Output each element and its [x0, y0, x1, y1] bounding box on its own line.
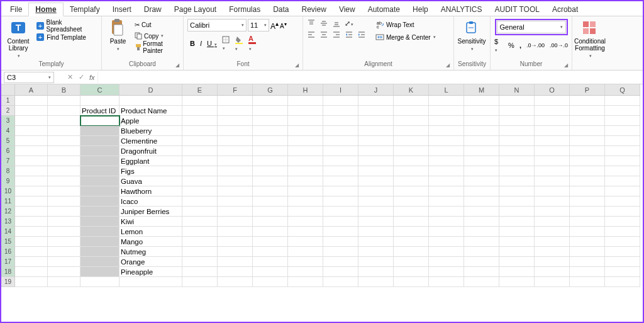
cell-P3[interactable]	[570, 116, 605, 126]
comma-button[interactable]: ,	[519, 42, 521, 49]
cell-D13[interactable]: Kiwi	[119, 217, 182, 227]
cell-M19[interactable]	[464, 277, 499, 287]
cell-E16[interactable]	[182, 247, 218, 257]
cell-E7[interactable]	[182, 156, 218, 166]
cell-I13[interactable]	[323, 217, 358, 227]
cell-B5[interactable]	[48, 136, 80, 146]
tab-audit-tool[interactable]: AUDIT TOOL	[489, 3, 546, 16]
cell-O14[interactable]	[535, 227, 570, 237]
cell-E9[interactable]	[182, 176, 218, 186]
cell-P11[interactable]	[570, 196, 605, 207]
cell-P8[interactable]	[570, 166, 605, 176]
cell-K8[interactable]	[394, 166, 429, 176]
cell-A5[interactable]	[15, 136, 48, 146]
cell-A9[interactable]	[15, 176, 48, 186]
cell-D18[interactable]: Pineapple	[119, 267, 182, 277]
cell-K3[interactable]	[394, 116, 429, 126]
cell-O13[interactable]	[535, 217, 570, 227]
cell-J19[interactable]	[358, 277, 394, 287]
cell-O4[interactable]	[535, 126, 570, 136]
cell-M12[interactable]	[464, 207, 499, 217]
cell-C11[interactable]	[80, 196, 119, 207]
cell-B14[interactable]	[48, 227, 80, 237]
cell-F1[interactable]	[218, 96, 253, 106]
cell-J17[interactable]	[358, 257, 394, 267]
name-box[interactable]: C3▾	[4, 72, 54, 83]
cell-M4[interactable]	[464, 126, 499, 136]
cell-C10[interactable]	[80, 186, 119, 196]
cell-B7[interactable]	[48, 156, 80, 166]
cell-N9[interactable]	[499, 176, 535, 186]
cell-Q11[interactable]	[605, 196, 640, 207]
cell-G1[interactable]	[253, 96, 288, 106]
cell-C13[interactable]	[80, 217, 119, 227]
cell-A12[interactable]	[15, 207, 48, 217]
cell-E3[interactable]	[182, 116, 218, 126]
cell-M14[interactable]	[464, 227, 499, 237]
cell-E10[interactable]	[182, 186, 218, 196]
cell-L19[interactable]	[429, 277, 464, 287]
cell-K7[interactable]	[394, 156, 429, 166]
align-middle-button[interactable]	[319, 19, 328, 28]
cell-N16[interactable]	[499, 247, 535, 257]
cell-J18[interactable]	[358, 267, 394, 277]
cell-J9[interactable]	[358, 176, 394, 186]
italic-button[interactable]: I	[200, 40, 202, 47]
cell-H11[interactable]	[288, 196, 323, 207]
cell-A18[interactable]	[15, 267, 48, 277]
col-header-O[interactable]: O	[535, 84, 570, 96]
row-header-10[interactable]: 10	[1, 186, 15, 196]
cell-F2[interactable]	[218, 106, 253, 116]
cell-K12[interactable]	[394, 207, 429, 217]
cell-H16[interactable]	[288, 247, 323, 257]
cell-B18[interactable]	[48, 267, 80, 277]
tab-file[interactable]: File	[4, 3, 28, 16]
cell-D7[interactable]: Eggplant	[119, 156, 182, 166]
row-header-3[interactable]: 3	[1, 116, 15, 126]
cell-L9[interactable]	[429, 176, 464, 186]
cell-G6[interactable]	[253, 146, 288, 156]
cell-L7[interactable]	[429, 156, 464, 166]
cell-E1[interactable]	[182, 96, 218, 106]
cell-E15[interactable]	[182, 237, 218, 247]
cell-E8[interactable]	[182, 166, 218, 176]
cell-B6[interactable]	[48, 146, 80, 156]
cell-P2[interactable]	[570, 106, 605, 116]
cell-C19[interactable]	[80, 277, 119, 287]
cell-M8[interactable]	[464, 166, 499, 176]
cell-P12[interactable]	[570, 207, 605, 217]
number-launcher[interactable]: ◢	[564, 62, 570, 69]
cell-E5[interactable]	[182, 136, 218, 146]
cell-B13[interactable]	[48, 217, 80, 227]
cell-O11[interactable]	[535, 196, 570, 207]
sensitivity-button[interactable]: Sensitivity▾	[457, 18, 487, 53]
cell-Q10[interactable]	[605, 186, 640, 196]
tab-view[interactable]: View	[333, 3, 362, 16]
cell-M15[interactable]	[464, 237, 499, 247]
cell-B1[interactable]	[48, 96, 80, 106]
cell-E18[interactable]	[182, 267, 218, 277]
cell-G16[interactable]	[253, 247, 288, 257]
cell-N15[interactable]	[499, 237, 535, 247]
cell-L5[interactable]	[429, 136, 464, 146]
cell-G17[interactable]	[253, 257, 288, 267]
format-painter-button[interactable]: Format Painter	[133, 42, 180, 53]
tab-draw[interactable]: Draw	[138, 3, 168, 16]
cell-C6[interactable]	[80, 146, 119, 156]
cell-F16[interactable]	[218, 247, 253, 257]
font-launcher[interactable]: ◢	[295, 62, 301, 69]
cell-D1[interactable]	[119, 96, 182, 106]
wrap-text-button[interactable]: abcWrap Text	[374, 19, 438, 30]
cell-Q18[interactable]	[605, 267, 640, 277]
cell-G10[interactable]	[253, 186, 288, 196]
number-format-select[interactable]: General▾	[497, 21, 566, 33]
select-all-corner[interactable]	[1, 84, 15, 96]
cell-I12[interactable]	[323, 207, 358, 217]
row-header-8[interactable]: 8	[1, 166, 15, 176]
tab-data[interactable]: Data	[267, 3, 295, 16]
tab-review[interactable]: Review	[296, 3, 333, 16]
cell-F8[interactable]	[218, 166, 253, 176]
cell-D4[interactable]: Blueberry	[119, 126, 182, 136]
cell-J10[interactable]	[358, 186, 394, 196]
cell-I18[interactable]	[323, 267, 358, 277]
